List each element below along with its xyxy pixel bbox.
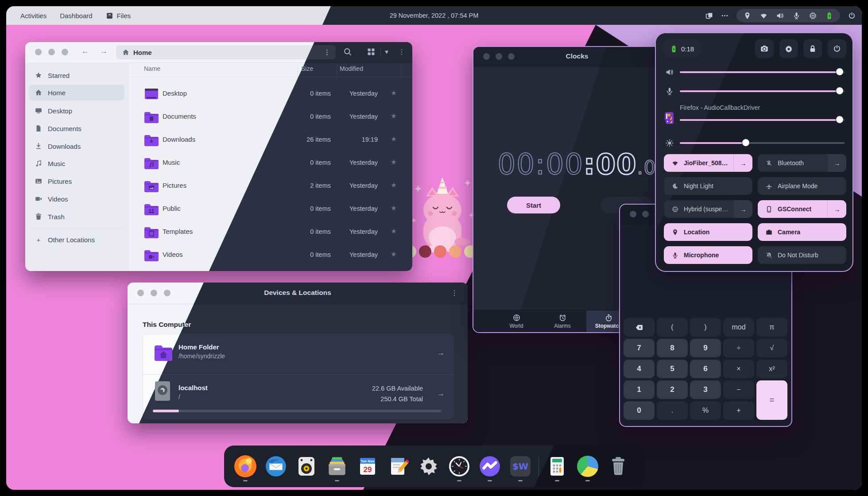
calc-key-÷[interactable]: ÷ <box>723 339 754 357</box>
stopwatch-start-button[interactable]: Start <box>507 197 560 213</box>
window-menu-icon[interactable]: ⋮ <box>397 47 406 56</box>
window-control[interactable] <box>642 211 649 217</box>
back-button[interactable]: ← <box>81 46 89 56</box>
dock-item-settings-gear[interactable] <box>416 450 441 483</box>
slider-knob[interactable] <box>836 68 844 76</box>
forward-button[interactable]: → <box>100 46 108 56</box>
tab-alarms[interactable]: Alarms <box>540 310 585 332</box>
slider-knob[interactable] <box>836 116 844 124</box>
expand-arrow-icon[interactable]: → <box>827 200 846 218</box>
sidebar-item-starred[interactable]: Starred <box>29 67 124 83</box>
dock-item-text-editor[interactable] <box>386 450 411 483</box>
toggle-night-light[interactable]: Night Light <box>664 177 752 195</box>
view-options-caret-icon[interactable]: ▾ <box>382 47 391 56</box>
toggle-do-not-disturb[interactable]: Do Not Disturb <box>758 246 846 264</box>
calc-key-5[interactable]: 5 <box>657 360 688 378</box>
sidebar-item-documents[interactable]: Documents <box>29 120 124 136</box>
sidebar-item-trash[interactable]: Trash <box>29 209 124 225</box>
window-control[interactable] <box>35 49 42 55</box>
files-app-indicator[interactable]: Files <box>106 12 131 19</box>
sidebar-item-music[interactable]: Music <box>29 155 124 171</box>
power-button[interactable] <box>828 39 846 58</box>
star-toggle-icon[interactable]: ★ <box>385 204 403 212</box>
calc-key-2[interactable]: 2 <box>657 380 688 399</box>
power-icon[interactable] <box>848 12 856 19</box>
calc-key-×[interactable]: × <box>723 360 754 378</box>
expand-arrow-icon[interactable]: → <box>734 200 752 218</box>
window-control[interactable] <box>48 49 55 55</box>
calc-key-([interactable]: ( <box>657 318 688 337</box>
toggle-bluetooth[interactable]: Bluetooth→ <box>758 154 846 172</box>
calc-key-8[interactable]: 8 <box>657 339 688 357</box>
dock-item-messenger[interactable] <box>477 450 502 483</box>
calc-key-6[interactable]: 6 <box>690 360 721 378</box>
workspaces-icon[interactable] <box>705 12 713 19</box>
dock-item-rhythmbox[interactable] <box>294 450 319 483</box>
toggle-location[interactable]: Location <box>664 223 752 241</box>
window-control[interactable] <box>630 211 636 217</box>
camera-button[interactable] <box>755 39 774 58</box>
window-control[interactable] <box>62 49 68 55</box>
star-toggle-icon[interactable]: ★ <box>385 89 403 97</box>
slider-knob[interactable] <box>742 139 750 147</box>
star-toggle-icon[interactable]: ★ <box>385 135 403 143</box>
calc-key-.[interactable]: . <box>657 401 688 420</box>
open-arrow-icon[interactable]: → <box>437 389 445 398</box>
clocks-headerbar[interactable]: Clocks <box>473 47 681 67</box>
star-toggle-icon[interactable]: ★ <box>385 181 403 189</box>
sidebar-item-pictures[interactable]: Pictures <box>29 173 124 189</box>
lock-button[interactable] <box>803 39 822 58</box>
view-grid-icon[interactable] <box>367 47 376 56</box>
devices-menu-icon[interactable]: ⋮ <box>451 289 458 297</box>
sidebar-item-videos[interactable]: Videos <box>29 191 124 207</box>
star-toggle-icon[interactable]: ★ <box>385 227 403 235</box>
battery-indicator[interactable]: 0:18 <box>664 39 700 58</box>
dock-item-clock[interactable] <box>447 450 472 483</box>
calc-key-+[interactable]: + <box>723 401 754 420</box>
volume-slider[interactable] <box>656 68 852 77</box>
toggle-microphone[interactable]: Microphone <box>664 246 752 264</box>
calc-key-%[interactable]: % <box>690 401 721 420</box>
dock-item-calendar[interactable]: Tue Nov29 <box>355 450 380 483</box>
calc-key-)[interactable]: ) <box>690 318 721 337</box>
dock-item-trash[interactable] <box>606 450 631 483</box>
slider-knob[interactable] <box>836 87 844 95</box>
path-bar[interactable]: Home ⋮ <box>116 45 336 59</box>
microphone-slider[interactable] <box>656 87 852 96</box>
calc-key-7[interactable]: 7 <box>624 339 655 357</box>
dock-item-file-cabinet[interactable] <box>325 450 349 483</box>
calc-key-−[interactable]: − <box>723 380 754 399</box>
search-icon[interactable] <box>343 47 352 56</box>
calc-key-4[interactable]: 4 <box>624 360 655 378</box>
calc-key-x²[interactable]: x² <box>756 360 787 378</box>
tab-world[interactable]: World <box>494 310 539 332</box>
expand-arrow-icon[interactable]: → <box>828 154 846 172</box>
expand-arrow-icon[interactable]: → <box>733 154 752 172</box>
brightness-slider[interactable] <box>656 139 852 147</box>
sidebar-item-downloads[interactable]: Downloads <box>29 138 124 154</box>
firefox-audio-slider[interactable] <box>656 116 852 124</box>
more-icon[interactable] <box>721 12 728 19</box>
sidebar-item-desktop[interactable]: Desktop <box>29 103 124 119</box>
calc-key-backspace[interactable] <box>624 318 655 337</box>
dock-item-thunderbird[interactable] <box>264 450 288 483</box>
dock-item-disk-usage[interactable] <box>575 450 600 483</box>
gear-button[interactable] <box>779 39 798 58</box>
calc-key-mod[interactable]: mod <box>723 318 754 337</box>
dashboard-button[interactable]: Dashboard <box>60 12 92 19</box>
star-toggle-icon[interactable]: ★ <box>385 112 403 120</box>
system-status-pill[interactable]: H <box>736 9 840 22</box>
calc-key-1[interactable]: 1 <box>624 380 655 399</box>
sidebar-item-home[interactable]: Home <box>29 85 124 101</box>
status-area[interactable]: H <box>705 6 856 25</box>
dock-item-wordle[interactable]: $W <box>508 450 533 483</box>
calc-key-0[interactable]: 0 <box>624 401 655 420</box>
dock-item-firefox[interactable] <box>233 450 258 483</box>
dock-item-calculator[interactable] <box>545 450 570 483</box>
toggle-camera[interactable]: Camera <box>758 223 846 241</box>
toggle-hybrid-suspe-[interactable]: HHybrid (suspe…→ <box>664 200 752 218</box>
calc-key-equals[interactable]: = <box>756 380 787 420</box>
open-arrow-icon[interactable]: → <box>437 349 445 357</box>
toggle-airplane-mode[interactable]: Airplane Mode <box>758 177 846 195</box>
calc-key-√[interactable]: √ <box>756 339 787 357</box>
